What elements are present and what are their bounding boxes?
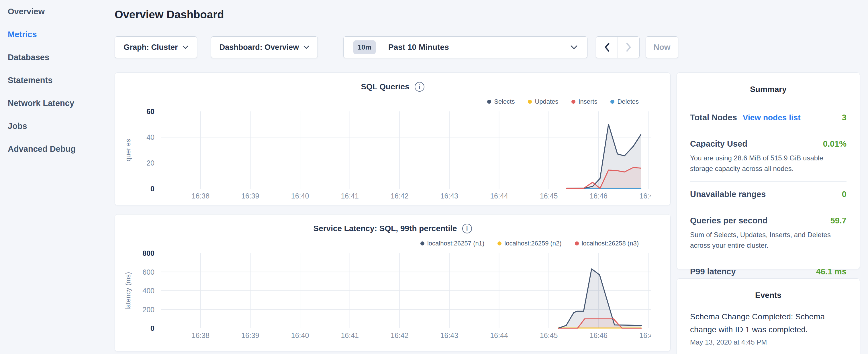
summary-row-value: 0.01% bbox=[823, 139, 846, 149]
dashboard-selector-label: Dashboard: Overview bbox=[219, 43, 299, 52]
svg-text:16:47: 16:47 bbox=[639, 192, 651, 200]
time-forward-button[interactable] bbox=[618, 37, 639, 58]
sidebar-item-jobs[interactable]: Jobs bbox=[8, 115, 105, 137]
summary-row-capacity-used: Capacity Used 0.01% bbox=[690, 139, 846, 149]
summary-row-value: 59.7 bbox=[831, 216, 846, 225]
event-item-date: May 13, 2020 at 4:45 PM bbox=[690, 338, 846, 346]
event-item-text: Schema Change Completed: Schema change w… bbox=[690, 310, 846, 336]
time-step-buttons bbox=[596, 36, 640, 58]
svg-text:16:41: 16:41 bbox=[341, 331, 359, 340]
legend-label: Selects bbox=[494, 98, 515, 105]
now-button[interactable]: Now bbox=[646, 36, 678, 58]
svg-text:16:38: 16:38 bbox=[192, 331, 210, 340]
svg-text:16:43: 16:43 bbox=[440, 331, 459, 340]
summary-panel: Summary Total Nodes View nodes list 3 Ca… bbox=[677, 72, 860, 269]
summary-row-p99-latency: P99 latency 46.1 ms bbox=[690, 267, 846, 277]
summary-row-label: Unavailable ranges bbox=[690, 190, 766, 199]
legend-label: Updates bbox=[535, 98, 558, 105]
svg-text:16:47: 16:47 bbox=[639, 331, 651, 340]
svg-text:200: 200 bbox=[143, 305, 154, 314]
svg-text:16:43: 16:43 bbox=[440, 192, 459, 200]
time-range-badge: 10m bbox=[353, 40, 376, 54]
events-panel: Events Schema Change Completed: Schema c… bbox=[677, 279, 860, 354]
info-icon[interactable]: i bbox=[415, 82, 425, 92]
chart-title: Service Latency: SQL, 99th percentile bbox=[313, 224, 457, 233]
summary-row-label: Capacity Used bbox=[690, 139, 747, 149]
chart-title: SQL Queries bbox=[361, 82, 409, 91]
view-nodes-list-link[interactable]: View nodes list bbox=[743, 113, 801, 122]
chevron-left-icon bbox=[604, 43, 610, 52]
summary-row-label: Total Nodes bbox=[690, 113, 737, 122]
svg-text:20: 20 bbox=[147, 159, 154, 167]
sidebar-item-overview[interactable]: Overview bbox=[8, 0, 105, 23]
service-latency-chart-card: Service Latency: SQL, 99th percentile i … bbox=[115, 214, 671, 351]
summary-row-description: Sum of Selects, Updates, Inserts, and De… bbox=[690, 229, 846, 251]
svg-text:16:46: 16:46 bbox=[589, 331, 608, 340]
chevron-right-icon bbox=[626, 43, 631, 52]
svg-text:16:40: 16:40 bbox=[291, 192, 309, 200]
svg-text:0: 0 bbox=[150, 324, 154, 332]
sql-queries-chart-card: SQL Queries i SelectsUpdatesInsertsDelet… bbox=[115, 72, 671, 205]
legend-label: localhost:26257 (n1) bbox=[427, 240, 484, 247]
summary-row-value: 0 bbox=[842, 190, 846, 199]
page-title: Overview Dashboard bbox=[115, 9, 224, 21]
graph-selector-dropdown[interactable]: Graph: Cluster bbox=[115, 36, 197, 58]
divider bbox=[690, 181, 846, 182]
time-range-label: Past 10 Minutes bbox=[388, 43, 449, 52]
svg-text:16:44: 16:44 bbox=[490, 192, 508, 200]
svg-text:16:38: 16:38 bbox=[192, 192, 210, 200]
sidebar: Overview Metrics Databases Statements Ne… bbox=[8, 0, 105, 160]
legend-item[interactable]: localhost:26259 (n2) bbox=[497, 240, 561, 247]
chart-legend-0: SelectsUpdatesInsertsDeletes bbox=[487, 98, 639, 105]
legend-dot-icon bbox=[528, 100, 532, 104]
svg-text:400: 400 bbox=[143, 287, 154, 295]
dashboard-selector-dropdown[interactable]: Dashboard: Overview bbox=[211, 36, 318, 58]
chart-plot-0[interactable]: 16:3816:3916:4016:4116:4216:4316:4416:45… bbox=[115, 108, 651, 206]
sidebar-item-network-latency[interactable]: Network Latency bbox=[8, 92, 105, 115]
svg-text:16:40: 16:40 bbox=[291, 331, 309, 340]
chevron-down-icon bbox=[304, 45, 309, 49]
sidebar-item-advanced-debug[interactable]: Advanced Debug bbox=[8, 137, 105, 160]
svg-text:600: 600 bbox=[143, 268, 154, 276]
svg-text:60: 60 bbox=[147, 108, 154, 116]
summary-row-queries-per-second: Queries per second 59.7 bbox=[690, 216, 846, 225]
svg-text:16:45: 16:45 bbox=[540, 192, 558, 200]
legend-item[interactable]: Selects bbox=[487, 98, 515, 105]
summary-row-description: You are using 28.6 MiB of 515.9 GiB usab… bbox=[690, 153, 846, 174]
summary-row-value: 46.1 ms bbox=[816, 267, 846, 277]
summary-title: Summary bbox=[690, 85, 846, 94]
svg-text:16:39: 16:39 bbox=[241, 331, 259, 340]
legend-label: localhost:26259 (n2) bbox=[504, 240, 561, 247]
summary-row-value: 3 bbox=[842, 113, 846, 122]
svg-text:0: 0 bbox=[150, 185, 154, 193]
svg-text:40: 40 bbox=[147, 133, 154, 141]
svg-text:16:46: 16:46 bbox=[589, 192, 608, 200]
svg-text:16:39: 16:39 bbox=[241, 192, 259, 200]
legend-dot-icon bbox=[487, 100, 491, 104]
divider bbox=[690, 258, 846, 258]
sidebar-item-databases[interactable]: Databases bbox=[8, 46, 105, 69]
legend-label: Inserts bbox=[578, 98, 597, 105]
sidebar-item-statements[interactable]: Statements bbox=[8, 69, 105, 92]
legend-item[interactable]: localhost:26257 (n1) bbox=[421, 240, 484, 247]
info-icon[interactable]: i bbox=[462, 224, 472, 233]
events-title: Events bbox=[690, 291, 846, 300]
legend-dot-icon bbox=[571, 100, 576, 104]
legend-dot-icon bbox=[497, 242, 501, 246]
legend-item[interactable]: Updates bbox=[528, 98, 558, 105]
chart-plot-1[interactable]: 16:3816:3916:4016:4116:4216:4316:4416:45… bbox=[115, 250, 651, 345]
svg-text:16:42: 16:42 bbox=[391, 192, 409, 200]
legend-item[interactable]: Inserts bbox=[571, 98, 597, 105]
summary-row-unavailable-ranges: Unavailable ranges 0 bbox=[690, 190, 846, 199]
legend-dot-icon bbox=[421, 242, 425, 246]
svg-text:16:41: 16:41 bbox=[341, 192, 359, 200]
time-back-button[interactable] bbox=[596, 37, 618, 58]
legend-label: localhost:26258 (n3) bbox=[582, 240, 639, 247]
time-range-dropdown[interactable]: 10m Past 10 Minutes bbox=[343, 36, 587, 58]
chevron-down-icon bbox=[183, 45, 188, 49]
legend-label: Deletes bbox=[617, 98, 639, 105]
summary-row-label: Queries per second bbox=[690, 216, 768, 225]
legend-item[interactable]: localhost:26258 (n3) bbox=[575, 240, 639, 247]
legend-item[interactable]: Deletes bbox=[610, 98, 639, 105]
sidebar-item-metrics[interactable]: Metrics bbox=[8, 23, 105, 46]
